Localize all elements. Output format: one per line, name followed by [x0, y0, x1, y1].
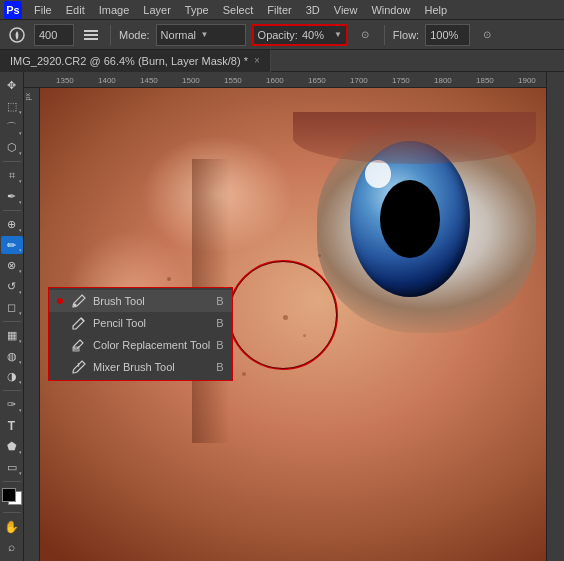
divider-1	[110, 25, 111, 45]
quick-select-tool-btn[interactable]: ⬡▾	[1, 139, 23, 158]
shape-tool-btn[interactable]: ▭▾	[1, 458, 23, 477]
lasso-tool-btn[interactable]: ⌒▾	[1, 118, 23, 137]
menu-view[interactable]: View	[328, 2, 364, 18]
ruler-left: px	[24, 88, 40, 561]
menu-3d[interactable]: 3D	[300, 2, 326, 18]
flyout-color-replace-label: Color Replacement Tool	[93, 339, 210, 351]
menu-image[interactable]: Image	[93, 2, 136, 18]
flyout-mixer-brush-tool[interactable]: Mixer Brush Tool B	[49, 356, 232, 378]
hand-tool-btn[interactable]: ✋	[1, 517, 23, 536]
menubar: Ps File Edit Image Layer Type Select Fil…	[0, 0, 564, 20]
tool-flyout-menu: Brush Tool B Pencil Tool B Color Replace…	[48, 287, 233, 381]
flyout-brush-label: Brush Tool	[93, 295, 210, 307]
brush-options-toggle[interactable]	[80, 24, 102, 46]
crop-tool-btn[interactable]: ⌗▾	[1, 166, 23, 185]
mode-dropdown[interactable]: Normal ▼	[156, 24, 246, 46]
flyout-mixer-icon	[71, 359, 87, 375]
menu-layer[interactable]: Layer	[137, 2, 177, 18]
flyout-mixer-key: B	[216, 361, 223, 373]
opacity-pressure-btn[interactable]: ⊙	[354, 24, 376, 46]
menu-help[interactable]: Help	[419, 2, 454, 18]
move-tool-btn[interactable]: ✥	[1, 76, 23, 95]
tool-sep-6	[3, 512, 21, 513]
flyout-color-replace-tool[interactable]: Color Replacement Tool B	[49, 334, 232, 356]
mode-label: Mode:	[119, 29, 150, 41]
svg-rect-3	[84, 38, 98, 40]
path-tool-btn[interactable]: ⬟▾	[1, 437, 23, 456]
eraser-tool-btn[interactable]: ◻▾	[1, 298, 23, 317]
flyout-brush-key: B	[216, 295, 223, 307]
tool-sep-1	[3, 161, 21, 162]
svg-rect-1	[84, 30, 98, 32]
menu-edit[interactable]: Edit	[60, 2, 91, 18]
tab-close-btn[interactable]: ×	[254, 55, 260, 66]
ruler-top: 1350 1400 1450 1500 1550 1600 1650 1700 …	[24, 72, 546, 88]
ruler-top-marks: 1350 1400 1450 1500 1550 1600 1650 1700 …	[56, 72, 546, 87]
opacity-label: Opacity:	[258, 29, 298, 41]
menu-file[interactable]: File	[28, 2, 58, 18]
flyout-brush-tool[interactable]: Brush Tool B	[49, 290, 232, 312]
flow-label: Flow:	[393, 29, 419, 41]
mode-dropdown-arrow: ▼	[201, 30, 241, 39]
selection-tool-btn[interactable]: ⬚▾	[1, 97, 23, 116]
eyedropper-tool-btn[interactable]: ✒▾	[1, 187, 23, 206]
divider-2	[384, 25, 385, 45]
zoom-tool-btn[interactable]: ⌕	[1, 538, 23, 557]
document-tab[interactable]: IMG_2920.CR2 @ 66.4% (Burn, Layer Mask/8…	[0, 50, 271, 72]
pen-tool-btn[interactable]: ✑▾	[1, 395, 23, 414]
opacity-value[interactable]: 40%	[302, 29, 330, 41]
tab-filename: IMG_2920.CR2 @ 66.4% (Burn, Layer Mask/8…	[10, 55, 248, 67]
flyout-pencil-tool[interactable]: Pencil Tool B	[49, 312, 232, 334]
menu-type[interactable]: Type	[179, 2, 215, 18]
gradient-tool-btn[interactable]: ▦▾	[1, 326, 23, 345]
svg-point-4	[74, 304, 77, 307]
brush-preset-picker[interactable]	[6, 24, 28, 46]
flow-value[interactable]: 100%	[425, 24, 470, 46]
flyout-brush-icon	[71, 293, 87, 309]
tool-sep-2	[3, 210, 21, 211]
brush-size-input[interactable]: 400	[34, 24, 74, 46]
menu-window[interactable]: Window	[365, 2, 416, 18]
flyout-active-indicator	[57, 298, 63, 304]
tabbar: IMG_2920.CR2 @ 66.4% (Burn, Layer Mask/8…	[0, 50, 564, 72]
brush-tool-btn[interactable]: ✏▾	[1, 236, 23, 255]
ps-logo: Ps	[4, 1, 22, 19]
dodge-tool-btn[interactable]: ◑▾	[1, 368, 23, 387]
flow-pressure-btn[interactable]: ⊙	[476, 24, 498, 46]
opacity-control: Opacity: 40% ▼	[252, 24, 348, 46]
spot-heal-tool-btn[interactable]: ⊕▾	[1, 215, 23, 234]
menu-select[interactable]: Select	[217, 2, 260, 18]
clone-tool-btn[interactable]: ⊗▾	[1, 256, 23, 275]
eye-area	[293, 112, 536, 372]
flyout-pencil-key: B	[216, 317, 223, 329]
optionsbar: 400 Mode: Normal ▼ Opacity: 40% ▼ ⊙ Flow…	[0, 20, 564, 50]
right-sidebar	[546, 72, 564, 561]
opacity-dropdown-arrow[interactable]: ▼	[334, 30, 342, 39]
flyout-pencil-label: Pencil Tool	[93, 317, 210, 329]
tool-sep-4	[3, 390, 21, 391]
color-swatches[interactable]	[1, 487, 23, 506]
tool-sep-5	[3, 481, 21, 482]
flyout-mixer-label: Mixer Brush Tool	[93, 361, 210, 373]
svg-rect-2	[84, 34, 98, 36]
flyout-color-replace-key: B	[216, 339, 223, 351]
history-tool-btn[interactable]: ↺▾	[1, 277, 23, 296]
flyout-color-replace-icon	[71, 337, 87, 353]
canvas-area[interactable]: 1350 1400 1450 1500 1550 1600 1650 1700 …	[24, 72, 546, 561]
text-tool-btn[interactable]: T	[1, 416, 23, 435]
blur-tool-btn[interactable]: ◍▾	[1, 347, 23, 366]
flyout-pencil-icon	[71, 315, 87, 331]
menu-filter[interactable]: Filter	[261, 2, 297, 18]
tool-sep-3	[3, 321, 21, 322]
main-area: ✥ ⬚▾ ⌒▾ ⬡▾ ⌗▾ ✒▾ ⊕▾ ✏▾ ⊗▾ ↺▾ ◻▾ ▦▾ ◍▾ ◑▾…	[0, 72, 564, 561]
left-toolbar: ✥ ⬚▾ ⌒▾ ⬡▾ ⌗▾ ✒▾ ⊕▾ ✏▾ ⊗▾ ↺▾ ◻▾ ▦▾ ◍▾ ◑▾…	[0, 72, 24, 561]
